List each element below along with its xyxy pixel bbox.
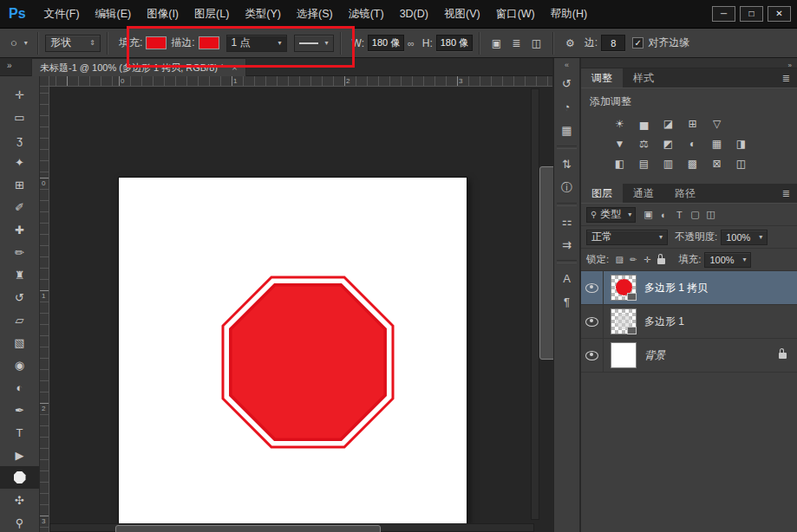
menu-3d[interactable]: 3D(D) <box>392 0 436 28</box>
menu-view[interactable]: 视图(V) <box>436 0 488 28</box>
eyedropper-tool[interactable]: ✐ <box>0 196 39 218</box>
filter-shape-layers-icon[interactable]: ▢ <box>687 207 702 223</box>
stroke-color-swatch[interactable] <box>199 36 219 49</box>
lock-transparent-icon[interactable]: ▨ <box>612 252 626 268</box>
crop-tool[interactable]: ⊞ <box>0 173 39 196</box>
opacity-input[interactable]: 100% ▾ <box>721 230 768 245</box>
selective-color-icon[interactable]: ⊠ <box>708 156 726 172</box>
layer-row-background[interactable]: 背景 <box>581 339 797 373</box>
pen-tool[interactable]: ✒ <box>0 399 39 421</box>
threshold-icon[interactable]: ▥ <box>659 156 677 172</box>
brightness-contrast-icon[interactable]: ☀ <box>611 116 629 132</box>
gradient-map-icon[interactable]: ▩ <box>683 156 702 172</box>
layers-menu-icon[interactable]: ≣ <box>782 184 797 203</box>
close-button[interactable]: ✕ <box>768 6 791 22</box>
maximize-button[interactable]: □ <box>740 6 763 22</box>
history-brush-tool[interactable]: ↺ <box>0 286 39 308</box>
curves-icon[interactable]: ◪ <box>659 116 677 132</box>
lock-pixels-icon[interactable]: ✏ <box>626 252 640 268</box>
menu-image[interactable]: 图像(I) <box>139 0 186 28</box>
layer-row-polygon-copy[interactable]: 多边形 1 拷贝 <box>581 271 797 305</box>
brush-panel-icon[interactable]: ▦ <box>554 119 579 142</box>
measurement-panel-icon[interactable]: ⚏ <box>554 210 579 233</box>
scrollbar-thumb[interactable] <box>115 525 381 532</box>
layer-name[interactable]: 背景 <box>644 348 665 363</box>
healing-brush-tool[interactable]: ✚ <box>0 218 39 241</box>
move-tool[interactable]: ✛ <box>0 83 39 106</box>
layer-thumbnail[interactable] <box>611 342 637 368</box>
tab-adjustments[interactable]: 调整 <box>581 68 623 88</box>
visibility-toggle[interactable] <box>581 305 604 338</box>
document-canvas[interactable] <box>119 178 467 523</box>
notes-panel-icon[interactable]: ⇉ <box>554 233 579 256</box>
dock-collapse-icon[interactable]: « <box>554 58 579 72</box>
shape-height-input[interactable]: 180 像 <box>436 35 473 51</box>
layer-name[interactable]: 多边形 1 <box>644 315 684 329</box>
black-white-icon[interactable]: ◩ <box>659 136 677 152</box>
horizontal-scrollbar[interactable] <box>49 523 534 532</box>
hand-tool[interactable]: ✣ <box>0 489 39 511</box>
tab-styles[interactable]: 样式 <box>623 68 664 88</box>
invert-icon[interactable]: ◧ <box>611 156 629 172</box>
posterize-icon[interactable]: ▤ <box>635 156 653 172</box>
filter-pixel-layers-icon[interactable]: ▣ <box>640 207 656 223</box>
minimize-button[interactable]: ─ <box>712 6 735 22</box>
menu-help[interactable]: 帮助(H) <box>543 0 595 28</box>
menu-layer[interactable]: 图层(L) <box>186 0 237 28</box>
fill-opacity-input[interactable]: 100% ▾ <box>704 252 751 268</box>
tool-mode-select[interactable]: 形状 ⇕ <box>45 35 101 52</box>
adjustments-menu-icon[interactable]: ≣ <box>782 68 797 88</box>
link-dimensions-icon[interactable]: ∞ <box>408 38 415 49</box>
menu-edit[interactable]: 编辑(E) <box>88 0 140 28</box>
path-operations-icon[interactable]: ▣ <box>487 34 506 52</box>
shape-width-input[interactable]: 180 像 <box>368 35 404 51</box>
menu-window[interactable]: 窗口(W) <box>488 0 543 28</box>
align-edges-checkbox[interactable]: ✓ <box>632 37 643 49</box>
solid-color-icon[interactable]: ◫ <box>732 156 750 172</box>
sides-input[interactable]: 8 <box>601 35 625 51</box>
vibrance-icon[interactable]: ▽ <box>708 116 726 132</box>
history-panel-icon[interactable]: ↺ <box>554 72 579 95</box>
tab-layers[interactable]: 图层 <box>581 184 623 203</box>
layer-thumbnail[interactable] <box>611 308 637 334</box>
tool-preset-picker[interactable]: ○ ▾ <box>7 35 31 51</box>
color-lookup-icon[interactable]: ◨ <box>732 136 750 152</box>
menu-select[interactable]: 选择(S) <box>289 0 341 28</box>
character-panel-icon[interactable]: A <box>554 267 579 290</box>
clone-source-panel-icon[interactable]: ⇅ <box>554 152 579 176</box>
type-tool[interactable]: T <box>0 421 39 444</box>
filter-adjustment-layers-icon[interactable]: ◐ <box>656 207 671 223</box>
toolbar-collapse-icon[interactable]: » <box>7 61 12 70</box>
lock-all-icon[interactable] <box>654 252 668 268</box>
tab-close-icon[interactable]: × <box>232 62 237 73</box>
info-panel-icon[interactable]: ⓘ <box>554 176 579 199</box>
channel-mixer-icon[interactable]: ▦ <box>708 136 726 152</box>
path-arrangement-icon[interactable]: ◫ <box>527 34 545 52</box>
visibility-toggle[interactable] <box>581 271 604 304</box>
tab-channels[interactable]: 通道 <box>623 184 664 203</box>
hue-saturation-icon[interactable]: ▼ <box>611 136 629 152</box>
brush-tool[interactable]: ✏ <box>0 241 39 263</box>
gear-icon[interactable]: ⚙ <box>561 34 579 52</box>
layer-thumbnail[interactable] <box>611 275 637 301</box>
marquee-tool[interactable]: ▭ <box>0 106 39 128</box>
path-alignment-icon[interactable]: ≣ <box>507 34 526 52</box>
gradient-tool[interactable]: ▧ <box>0 331 39 354</box>
blend-mode-select[interactable]: 正常 ▾ <box>586 230 668 245</box>
visibility-toggle[interactable] <box>581 339 604 372</box>
color-balance-icon[interactable]: ⚖ <box>635 136 653 152</box>
stroke-width-select[interactable]: 1 点 ▾ <box>226 35 287 52</box>
layer-row-polygon[interactable]: 多边形 1 <box>581 305 797 339</box>
tab-paths[interactable]: 路径 <box>664 184 706 203</box>
layer-name[interactable]: 多边形 1 拷贝 <box>644 281 708 295</box>
menu-filter[interactable]: 滤镜(T) <box>341 0 392 28</box>
dodge-tool[interactable]: ◐ <box>0 376 39 399</box>
quick-selection-tool[interactable]: ✦ <box>0 151 39 173</box>
document-tab[interactable]: 未标题-1 @ 100% (多边形 1 拷贝, RGB/8) * × <box>31 58 246 76</box>
filter-kind-select[interactable]: ⚲ 类型 ▾ <box>586 207 636 223</box>
vertical-scrollbar[interactable] <box>531 88 539 520</box>
exposure-icon[interactable]: ⊞ <box>683 116 702 132</box>
menu-type[interactable]: 类型(Y) <box>237 0 289 28</box>
stroke-type-select[interactable]: ▾ <box>294 35 334 52</box>
paragraph-panel-icon[interactable]: ¶ <box>554 290 579 314</box>
